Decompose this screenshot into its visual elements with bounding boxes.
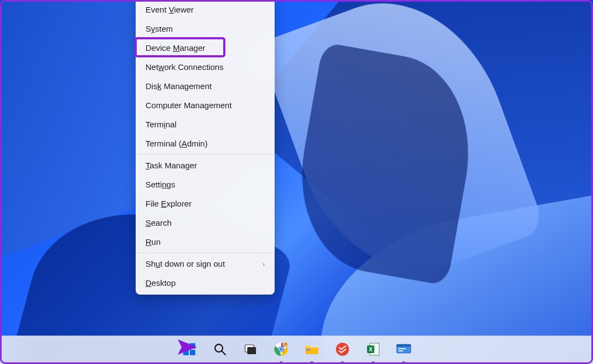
- excel-app[interactable]: X: [362, 339, 385, 362]
- menu-network-connections-label: Network Connections: [146, 62, 224, 72]
- search-icon: [213, 342, 227, 359]
- run-icon: [396, 343, 412, 357]
- svg-rect-13: [306, 349, 310, 349]
- menu-task-manager[interactable]: Task Manager: [136, 156, 275, 175]
- menu-run-label: Run: [146, 237, 161, 246]
- menu-search[interactable]: Search: [136, 213, 275, 232]
- menu-system-label: System: [146, 24, 173, 33]
- menu-computer-management[interactable]: Computer Management: [136, 96, 275, 115]
- svg-rect-25: [398, 348, 406, 349]
- svg-rect-3: [190, 350, 195, 355]
- svg-rect-0: [183, 343, 189, 349]
- menu-device-manager-label: Device Manager: [146, 43, 205, 52]
- menu-terminal-admin-label: Terminal (Admin): [146, 139, 207, 148]
- menu-event-viewer-label: Event Viewer: [146, 5, 194, 14]
- todoist-icon: [335, 342, 350, 359]
- todoist-app[interactable]: [331, 339, 354, 362]
- menu-disk-management[interactable]: Disk Management: [136, 77, 275, 96]
- menu-search-label: Search: [146, 218, 172, 227]
- menu-settings[interactable]: Settings: [136, 175, 275, 194]
- windows-icon: [182, 342, 196, 359]
- menu-desktop[interactable]: Desktop: [136, 273, 275, 292]
- run-app[interactable]: [392, 339, 415, 362]
- task-view-icon: [243, 342, 258, 359]
- menu-run[interactable]: Run: [136, 232, 275, 251]
- svg-text:X: X: [369, 347, 373, 353]
- svg-line-5: [222, 351, 226, 355]
- svg-rect-14: [306, 350, 310, 350]
- file-explorer-app[interactable]: [300, 339, 323, 362]
- svg-rect-24: [397, 344, 411, 347]
- menu-separator: [136, 154, 275, 155]
- menu-disk-management-label: Disk Management: [146, 81, 212, 91]
- menu-shutdown-signout-label: Shut down or sign out: [146, 259, 225, 268]
- svg-rect-7: [247, 347, 256, 354]
- svg-rect-1: [190, 343, 195, 349]
- svg-point-11: [280, 348, 283, 351]
- menu-desktop-label: Desktop: [146, 278, 176, 287]
- chrome-app[interactable]: [270, 339, 293, 362]
- menu-task-manager-label: Task Manager: [146, 161, 197, 170]
- menu-terminal-label: Terminal: [146, 120, 177, 129]
- menu-computer-management-label: Computer Management: [146, 101, 232, 110]
- chrome-icon: [274, 342, 289, 359]
- task-view-button[interactable]: [239, 339, 262, 362]
- menu-terminal-admin[interactable]: Terminal (Admin): [136, 134, 275, 153]
- menu-system[interactable]: System: [136, 19, 275, 38]
- menu-settings-label: Settings: [146, 180, 175, 189]
- menu-file-explorer-label: File Explorer: [146, 199, 191, 208]
- search-button[interactable]: [208, 339, 231, 362]
- svg-rect-26: [398, 350, 403, 351]
- start-button[interactable]: [178, 339, 201, 362]
- menu-terminal[interactable]: Terminal: [136, 115, 275, 134]
- desktop-wallpaper: Event ViewerSystemDevice ManagerNetwork …: [0, 0, 593, 364]
- svg-point-15: [336, 343, 349, 356]
- chevron-right-icon: ›: [263, 261, 265, 267]
- taskbar: X: [0, 336, 593, 364]
- menu-file-explorer[interactable]: File Explorer: [136, 194, 275, 213]
- menu-network-connections[interactable]: Network Connections: [136, 57, 275, 77]
- svg-point-12: [283, 342, 288, 347]
- menu-separator: [136, 253, 275, 253]
- excel-icon: X: [366, 342, 380, 359]
- menu-shutdown-signout[interactable]: Shut down or sign out›: [136, 254, 275, 273]
- menu-device-manager[interactable]: Device Manager: [136, 38, 275, 57]
- folder-icon: [304, 343, 319, 358]
- menu-event-viewer[interactable]: Event Viewer: [136, 0, 275, 19]
- svg-rect-2: [183, 350, 189, 355]
- winx-context-menu: Event ViewerSystemDevice ManagerNetwork …: [136, 0, 275, 295]
